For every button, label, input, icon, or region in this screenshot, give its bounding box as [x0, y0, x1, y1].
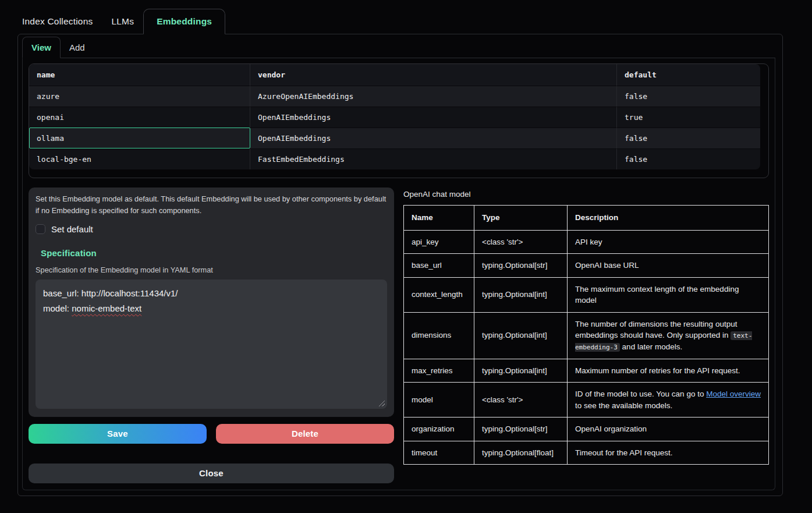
column-header-name[interactable]: name — [29, 64, 250, 86]
table-row: ollamaOpenAIEmbeddingsfalse — [29, 128, 760, 148]
tab-add[interactable]: Add — [61, 37, 94, 58]
param-type: typing.Optional[float] — [474, 441, 568, 465]
param-description: OpenAI base URL — [568, 254, 769, 278]
param-type: typing.Optional[int] — [474, 277, 568, 312]
selected-cell[interactable]: ollama — [29, 128, 250, 148]
schema-column: OpenAI chat model NameTypeDescriptionapi… — [403, 187, 769, 465]
param-description: Maximum number of retries for the API re… — [568, 359, 769, 383]
param-type: <class 'str'> — [474, 230, 568, 254]
tab-view[interactable]: View — [22, 37, 61, 58]
edit-column: Set this Embedding model as default. Thi… — [29, 187, 394, 483]
table-row: local-bge-enFastEmbedEmbeddingsfalse — [29, 148, 760, 169]
header-row: namevendordefault — [29, 64, 760, 86]
default-setting-panel: Set this Embedding model as default. Thi… — [29, 187, 394, 417]
schema-row: max_retriestyping.Optional[int]Maximum n… — [404, 359, 769, 383]
yaml-editor[interactable]: base_url: http://localhost:11434/v1/ mod… — [36, 280, 387, 409]
embeddings-dataframe: namevendordefaultazureAzureOpenAIEmbeddi… — [29, 63, 769, 178]
set-default-checkbox-row[interactable]: Set default — [36, 224, 387, 234]
schema-column-header-type: Type — [474, 206, 568, 231]
set-default-description: Set this Embedding model as default. Thi… — [36, 193, 387, 217]
main-tab-bar: Index Collections LLMs Embeddings — [0, 0, 812, 34]
schema-table: NameTypeDescriptionapi_key<class 'str'>A… — [403, 205, 769, 465]
param-description: Timeout for the API request. — [568, 441, 769, 465]
yaml-line-1: base_url: http://localhost:11434/v1/ — [43, 286, 380, 301]
param-type: typing.Optional[str] — [474, 254, 568, 278]
misspelled-word: nomic-embed-text — [72, 303, 141, 313]
schema-row: model<class 'str'>ID of the model to use… — [404, 383, 769, 418]
schema-row: base_urltyping.Optional[str]OpenAI base … — [404, 254, 769, 278]
inline-code: text-embedding-3 — [575, 331, 752, 352]
delete-button[interactable]: Delete — [216, 424, 394, 444]
table-row: azureAzureOpenAIEmbeddingsfalse — [29, 86, 760, 107]
param-description: OpenAI organization — [568, 418, 769, 441]
cell-name[interactable]: openai — [29, 107, 250, 128]
param-name: base_url — [404, 254, 474, 278]
param-description: API key — [568, 230, 769, 254]
param-name: model — [404, 383, 474, 418]
tab-embeddings[interactable]: Embeddings — [143, 9, 225, 34]
schema-title: OpenAI chat model — [403, 190, 769, 199]
cell-default[interactable]: false — [617, 128, 760, 148]
set-default-label: Set default — [51, 224, 93, 234]
param-name: dimensions — [404, 312, 474, 359]
cell-default[interactable]: false — [617, 86, 760, 107]
view-panel: namevendordefaultazureAzureOpenAIEmbeddi… — [22, 58, 775, 490]
column-header-default[interactable]: default — [617, 64, 760, 86]
cell-vendor[interactable]: OpenAIEmbeddings — [250, 128, 617, 148]
checkbox-icon[interactable] — [36, 224, 45, 234]
table-row: openaiOpenAIEmbeddingstrue — [29, 107, 760, 128]
param-description: The number of dimensions the resulting o… — [568, 312, 769, 359]
resize-grip-icon[interactable] — [379, 401, 385, 406]
schema-column-header-name: Name — [404, 206, 474, 231]
model-overview-link[interactable]: Model overview — [706, 390, 761, 398]
schema-row: timeouttyping.Optional[float]Timeout for… — [404, 441, 769, 465]
embeddings-table: namevendordefaultazureAzureOpenAIEmbeddi… — [29, 64, 760, 169]
param-description: The maximum context length of the embedd… — [568, 277, 769, 312]
param-name: max_retries — [404, 359, 474, 383]
tab-llms[interactable]: LLMs — [102, 9, 143, 34]
param-description: ID of the model to use. You can go to Mo… — [568, 383, 769, 418]
param-name: context_length — [404, 277, 474, 312]
close-button[interactable]: Close — [29, 464, 394, 483]
tab-index-collections[interactable]: Index Collections — [13, 9, 102, 34]
param-type: typing.Optional[str] — [474, 418, 568, 441]
schema-column-header-description: Description — [568, 206, 769, 231]
schema-header-row: NameTypeDescription — [404, 206, 769, 231]
embeddings-panel: View Add namevendordefaultazureAzureOpen… — [17, 34, 783, 496]
cell-vendor[interactable]: AzureOpenAIEmbeddings — [250, 86, 617, 107]
column-header-vendor[interactable]: vendor — [250, 64, 617, 86]
param-name: organization — [404, 418, 474, 441]
save-button[interactable]: Save — [29, 424, 207, 444]
sub-tab-bar: View Add — [22, 36, 775, 58]
schema-row: api_key<class 'str'>API key — [404, 230, 769, 254]
specification-heading: Specification — [41, 248, 387, 258]
param-name: timeout — [404, 441, 474, 465]
param-type: <class 'str'> — [474, 383, 568, 418]
param-type: typing.Optional[int] — [474, 312, 568, 359]
cell-vendor[interactable]: OpenAIEmbeddings — [250, 107, 617, 128]
cell-default[interactable]: true — [617, 107, 760, 128]
schema-row: context_lengthtyping.Optional[int]The ma… — [404, 277, 769, 312]
param-type: typing.Optional[int] — [474, 359, 568, 383]
yaml-line-2: model: nomic-embed-text — [43, 301, 380, 316]
cell-name[interactable]: local-bge-en — [29, 148, 250, 169]
cell-vendor[interactable]: FastEmbedEmbeddings — [250, 148, 617, 169]
param-name: api_key — [404, 230, 474, 254]
cell-name[interactable]: azure — [29, 86, 250, 107]
cell-default[interactable]: false — [617, 148, 760, 169]
schema-row: dimensionstyping.Optional[int]The number… — [404, 312, 769, 359]
schema-row: organizationtyping.Optional[str]OpenAI o… — [404, 418, 769, 441]
specification-caption: Specification of the Embedding model in … — [36, 266, 387, 274]
